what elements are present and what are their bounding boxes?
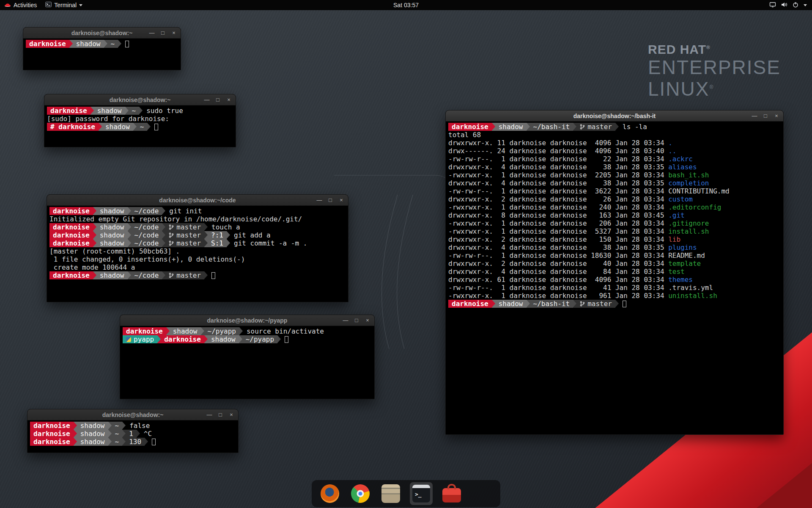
minimize-button[interactable]: —: [204, 97, 210, 103]
powerline-arrow-icon: [204, 223, 208, 231]
maximize-button[interactable]: □: [215, 97, 221, 103]
git-branch-icon: [169, 240, 174, 246]
file-name: .git: [668, 211, 685, 219]
maximize-button[interactable]: □: [763, 113, 768, 119]
powerline-arrow-icon: [227, 231, 230, 239]
minimize-button[interactable]: —: [316, 197, 322, 203]
maximize-button[interactable]: □: [160, 30, 166, 36]
window-titlebar[interactable]: darknoise@shadow:~—□×: [27, 409, 238, 420]
prompt-segment-host: shadow: [96, 231, 128, 239]
git-branch-icon: [169, 273, 174, 278]
powerline-arrow-icon: [93, 231, 96, 239]
dock-item-chrome[interactable]: [349, 482, 372, 505]
prompt-segment-git: master: [576, 123, 615, 131]
prompt-segment-user: darknoise: [30, 422, 74, 430]
rhel-logo-enterprise: ENTERPRISE: [648, 57, 781, 78]
clock[interactable]: Sat 03:57: [393, 2, 419, 8]
terminal-line: darknoiseshadow~/bash-itmaster: [448, 300, 781, 308]
window-titlebar[interactable]: darknoise@shadow:~—□×: [23, 28, 181, 39]
terminal-cursor: [154, 124, 158, 130]
terminal-line: -rwxrwxr-x. 1 darknoise darknoise 5327 J…: [448, 227, 781, 235]
activities-button[interactable]: Activities: [0, 0, 41, 10]
terminal-cursor: [152, 439, 156, 445]
file-meta: drwx------. 24 darknoise darknoise 4096 …: [448, 147, 668, 155]
minimize-button[interactable]: —: [752, 113, 757, 119]
close-button[interactable]: ×: [365, 318, 370, 323]
dock-item-toolbox[interactable]: [440, 482, 463, 505]
file-meta: -rwxrwxr-x. 1 darknoise darknoise 5327 J…: [448, 227, 668, 235]
dock-item-app-grid[interactable]: [471, 482, 494, 505]
prompt-segment-path: ~: [137, 123, 148, 131]
system-status-area[interactable]: [764, 0, 812, 10]
powerline-arrow-icon: [239, 327, 243, 335]
file-name: aliases: [668, 163, 697, 171]
terminal-line: darknoiseshadow~sudo true: [47, 107, 233, 115]
powerline-arrow-icon: [573, 300, 576, 308]
powerline-arrow-icon: [277, 335, 281, 343]
prompt-segment-path: ~: [112, 438, 123, 446]
window-titlebar[interactable]: darknoise@shadow:~/bash-it—□×: [446, 110, 783, 121]
close-button[interactable]: ×: [171, 30, 177, 36]
command-text: git init: [165, 207, 202, 215]
prompt-segment-user: darknoise: [123, 327, 166, 335]
powerline-arrow-icon: [147, 123, 151, 131]
prompt-segment-path: ~/bash-it: [530, 300, 573, 308]
window-title: darknoise@shadow:~/code: [159, 197, 236, 204]
window-titlebar[interactable]: darknoise@shadow:~—□×: [44, 94, 236, 105]
terminal-line: drwxrwxr-x. 4 darknoise darknoise 38 Jan…: [448, 243, 781, 251]
maximize-button[interactable]: □: [217, 412, 223, 418]
output-text: 1 file changed, 0 insertions(+), 0 delet…: [49, 255, 245, 263]
window-controls: —□×: [204, 94, 232, 105]
close-button[interactable]: ×: [774, 113, 779, 119]
file-name: .ackrc: [668, 155, 693, 163]
prompt-segment-user: # darknoise: [47, 123, 99, 131]
minimize-button[interactable]: —: [149, 30, 155, 36]
close-button[interactable]: ×: [338, 197, 344, 203]
terminal-line: -rwxrwxr-x. 1 darknoise darknoise 2205 J…: [448, 171, 781, 179]
terminal-line: darknoiseshadow~/codemastertouch a: [49, 223, 346, 231]
window-titlebar[interactable]: darknoise@shadow:~/pyapp—□×: [120, 315, 374, 326]
terminal-content[interactable]: darknoiseshadow~sudo true[sudo] password…: [44, 105, 236, 147]
dock-item-terminal[interactable]: [410, 482, 433, 505]
file-meta: drwxrwxr-x. 8 darknoise darknoise 163 Ja…: [448, 211, 668, 219]
terminal-line: drwxrwxr-x. 61 darknoise darknoise 4096 …: [448, 276, 781, 284]
prompt-segment-host: shadow: [96, 223, 128, 231]
minimize-button[interactable]: —: [343, 318, 348, 323]
dock-item-files[interactable]: [379, 482, 402, 505]
terminal-content[interactable]: darknoiseshadow~falsedarknoiseshadow~1^C…: [27, 420, 238, 453]
dock-item-firefox[interactable]: [318, 482, 341, 505]
prompt-segment-path: ~/code: [131, 239, 162, 247]
close-button[interactable]: ×: [226, 97, 232, 103]
app-menu-terminal[interactable]: Terminal: [41, 0, 87, 10]
minimize-button[interactable]: —: [206, 412, 212, 418]
terminal-line: -rwxrwxr-x. 1 darknoise darknoise 240 Ja…: [448, 203, 781, 211]
maximize-button[interactable]: □: [354, 318, 359, 323]
window-titlebar[interactable]: darknoise@shadow:~/code—□×: [47, 195, 348, 206]
terminal-cursor: [125, 41, 129, 47]
prompt-segment-host: shadow: [102, 123, 133, 131]
close-button[interactable]: ×: [228, 412, 234, 418]
powerline-arrow-icon: [137, 430, 140, 438]
prompt-segment-stat: ?:1: [208, 231, 227, 239]
dock: [312, 480, 500, 507]
prompt-segment-user: darknoise: [448, 300, 492, 308]
terminal-content[interactable]: darknoiseshadow~/pyappsource bin/activat…: [120, 326, 374, 399]
file-name: CONTRIBUTING.md: [668, 187, 730, 195]
file-name: lib: [668, 235, 680, 243]
terminal-content[interactable]: darknoiseshadow~/codegit initInitialized…: [47, 206, 348, 302]
file-name: template: [668, 260, 701, 268]
terminal-app-icon: [45, 2, 52, 8]
prompt-segment-host: shadow: [170, 327, 201, 335]
prompt-segment-user: darknoise: [49, 223, 93, 231]
desktop[interactable]: RED HAT® ENTERPRISE LINUX® darknoise@sha…: [0, 0, 812, 508]
prompt-segment-user: darknoise: [30, 430, 74, 438]
powerline-arrow-icon: [157, 335, 161, 343]
file-name: .editorconfig: [668, 203, 721, 211]
terminal-line: darknoiseshadow~/bash-itmasterls -la: [448, 123, 781, 131]
terminal-content[interactable]: darknoiseshadow~/bash-itmasterls -latota…: [446, 121, 783, 434]
terminal-content[interactable]: darknoiseshadow~: [23, 39, 181, 70]
maximize-button[interactable]: □: [327, 197, 333, 203]
file-name: .: [668, 139, 672, 147]
powerline-arrow-icon: [74, 438, 77, 446]
file-name: completion: [668, 179, 709, 187]
